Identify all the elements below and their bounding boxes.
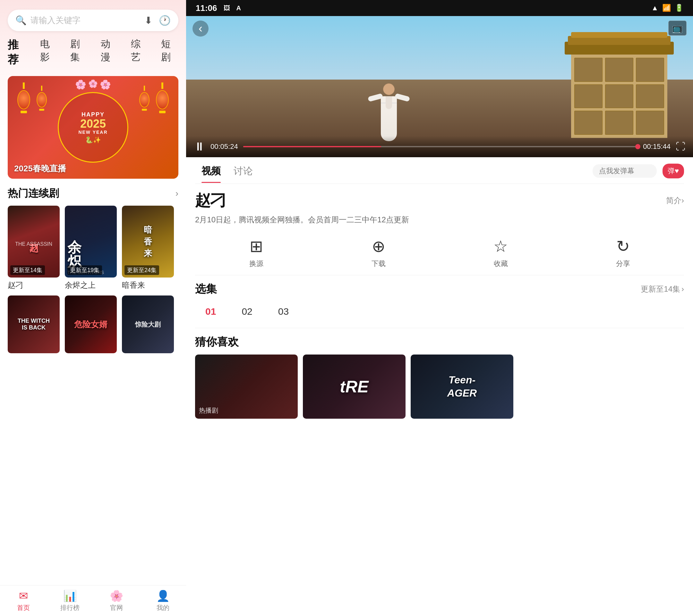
drama-thumb-third: 惊险大剧 [122, 296, 174, 353]
drama-main-title: 赵刁 [195, 190, 226, 211]
search-placeholder: 请输入关键字 [31, 15, 144, 26]
video-player[interactable]: ‹ 📺 ⏸ 00:05:24 00:15:44 ⛶ [186, 16, 693, 157]
rec-thumb-2: tRE [303, 355, 405, 419]
progress-bar[interactable] [243, 146, 638, 147]
episode-02[interactable]: 02 [231, 302, 262, 321]
action-share[interactable]: ↻ 分享 [562, 237, 684, 269]
rec-thumb-3: Teen- AGER [411, 355, 513, 419]
history-icon[interactable]: 🕐 [159, 15, 171, 26]
status-icons: ▲ 📶 🔋 [651, 4, 684, 12]
drama-list-row2: THE WITCHIS BACK 危险女婿 惊险大剧 [0, 296, 186, 353]
search-actions: ⬇ 🕐 [144, 15, 171, 26]
banner-label: 2025春晚直播 [14, 163, 66, 174]
search-bar[interactable]: 🔍 请输入关键字 ⬇ 🕐 [8, 9, 178, 31]
drama-thumb-2: 余炽 THE SURVIVORS 更新至19集 [65, 206, 117, 278]
share-icon: ↻ [616, 237, 630, 256]
tab-video[interactable]: 视频 [195, 164, 227, 183]
drama-card-zhaoyi[interactable]: 赵刁 THE ASSASSIN 更新至14集 赵刁 [8, 206, 60, 290]
drama-title-row: 赵刁 简介 › [195, 190, 684, 211]
progress-fill [243, 146, 381, 147]
drama-card-anxiang[interactable]: 暗香来 更新至24集 暗香来 [122, 206, 174, 290]
tre-text-overlay: tRE [340, 377, 369, 396]
drama-thumb-witch: THE WITCHIS BACK [8, 296, 60, 353]
download-icon[interactable]: ⬇ [144, 15, 152, 26]
right-panel: 11:06 🖼 A ▲ 📶 🔋 [186, 0, 693, 616]
favorite-icon: ☆ [493, 237, 508, 256]
drama-badge-1: 更新至14集 [10, 265, 45, 275]
source-icon: ⊞ [250, 237, 263, 256]
hot-dramas-more[interactable]: › [176, 188, 178, 199]
wifi-icon: ▲ [651, 4, 658, 12]
battery-icon: 🔋 [675, 4, 684, 12]
video-controls: ⏸ 00:05:24 00:15:44 ⛶ [186, 136, 693, 157]
nav-ranking-label: 排行榜 [60, 603, 80, 612]
episode-01[interactable]: 01 [195, 302, 226, 321]
teenager-text2: AGER [447, 387, 477, 399]
total-time: 00:15:44 [643, 142, 671, 151]
nav-home[interactable]: ✉ 首页 [0, 585, 46, 616]
mine-icon: 👤 [156, 589, 170, 602]
source-label: 换源 [249, 259, 263, 269]
nav-ranking[interactable]: 📊 排行榜 [46, 585, 93, 616]
drama-thumb-1: 赵刁 THE ASSASSIN 更新至14集 [8, 206, 60, 278]
category-dongman[interactable]: 动漫 [101, 38, 118, 68]
action-download[interactable]: ⊕ 下载 [317, 237, 439, 269]
drama-name-2: 余烬之上 [65, 280, 117, 290]
intro-chevron: › [681, 196, 684, 205]
drama-intro-link[interactable]: 简介 › [666, 195, 684, 206]
category-dianying[interactable]: 电影 [40, 38, 57, 68]
episode-section: 选集 更新至14集 › 01 02 03 [195, 275, 684, 328]
nav-home-label: 首页 [17, 603, 30, 612]
rec-card-3[interactable]: Teen- AGER [411, 355, 513, 419]
status-bar: 11:06 🖼 A ▲ 📶 🔋 [186, 0, 693, 16]
status-a-icon: A [236, 4, 241, 12]
category-tuijian[interactable]: 推荐 [8, 38, 27, 68]
drama-card-third[interactable]: 惊险大剧 [122, 296, 174, 353]
episode-03[interactable]: 03 [268, 302, 299, 321]
category-nav: 推荐 电影 剧集 动漫 综艺 短剧 [0, 38, 186, 68]
back-button[interactable]: ‹ [193, 21, 209, 37]
hot-dramas-title: 热门连续剧 [8, 186, 59, 200]
favorite-label: 收藏 [494, 259, 508, 269]
player-below: 视频 讨论 弹♥ 赵刁 简介 › 2月10日起，腾讯视频全网独播。会员首周一二三… [186, 157, 693, 616]
left-panel: 🔍 请输入关键字 ⬇ 🕐 推荐 电影 剧集 动漫 综艺 短剧 [0, 0, 186, 616]
recommendations-section: 猜你喜欢 热播剧 tRE [195, 328, 684, 425]
rec-card-2[interactable]: tRE [303, 355, 405, 419]
bottom-nav: ✉ 首页 📊 排行榜 🌸 官网 👤 我的 [0, 585, 186, 616]
drama-card-yujin[interactable]: 余炽 THE SURVIVORS 更新至19集 余烬之上 [65, 206, 117, 290]
category-juji[interactable]: 剧集 [70, 38, 87, 68]
drama-name-1: 赵刁 [8, 280, 60, 290]
signal-icon: 📶 [662, 4, 671, 12]
hot-dramas-header: 热门连续剧 › [0, 179, 186, 206]
category-duanju[interactable]: 短剧 [161, 38, 178, 68]
banner-new-year: NEW YEAR [78, 130, 107, 135]
drama-name-3: 暗香来 [122, 280, 174, 290]
current-time: 00:05:24 [211, 142, 238, 151]
download-label: 下载 [372, 259, 385, 269]
episode-list: 01 02 03 [195, 302, 684, 321]
nav-mine[interactable]: 👤 我的 [140, 585, 186, 616]
banner[interactable]: 🌸 🌸 🌸 HAPPY 2025 NEW YEAR 🐍✨ 2025春晚直播 [8, 76, 178, 179]
episode-update[interactable]: 更新至14集 › [641, 284, 684, 294]
nav-official[interactable]: 🌸 官网 [93, 585, 140, 616]
drama-card-nuying[interactable]: 危险女婿 [65, 296, 117, 353]
drama-card-witch[interactable]: THE WITCHIS BACK [8, 296, 60, 353]
rec-card-1[interactable]: 热播剧 [195, 355, 298, 419]
rec-thumb-1: 热播剧 [195, 355, 298, 419]
episode-chevron: › [681, 284, 684, 294]
action-source[interactable]: ⊞ 换源 [195, 237, 317, 269]
action-favorite[interactable]: ☆ 收藏 [439, 237, 562, 269]
official-icon: 🌸 [110, 589, 123, 602]
fullscreen-button[interactable]: ⛶ [676, 141, 685, 152]
episode-header: 选集 更新至14集 › [195, 282, 684, 296]
episode-title: 选集 [195, 282, 217, 296]
danmaku-input[interactable] [593, 164, 657, 178]
pause-button[interactable]: ⏸ [194, 140, 205, 153]
banner-snake: 🐍✨ [85, 136, 101, 144]
tab-discussion[interactable]: 讨论 [227, 164, 259, 183]
drama-thumb-3: 暗香来 更新至24集 [122, 206, 174, 278]
tv-icon-button[interactable]: 📺 [668, 21, 687, 36]
episode-update-text: 更新至14集 [641, 284, 680, 294]
category-zongyi[interactable]: 综艺 [131, 38, 148, 68]
danmaku-send-button[interactable]: 弹♥ [662, 164, 684, 178]
